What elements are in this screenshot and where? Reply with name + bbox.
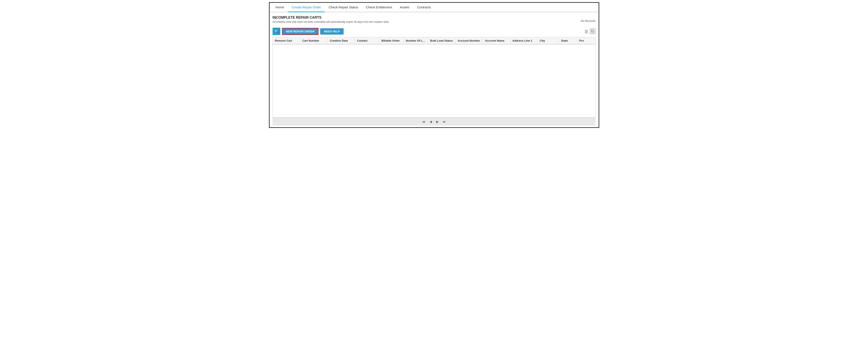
search-button[interactable]: 🔍 bbox=[273, 28, 280, 35]
col-account-name: Account Name bbox=[483, 37, 510, 44]
toolbar: 🔍 NEW REPAIR ORDER NEED HELP ||| ↻ bbox=[273, 28, 596, 35]
search-icon: 🔍 bbox=[274, 29, 279, 33]
need-help-button[interactable]: NEED HELP bbox=[320, 28, 343, 34]
pagination-prev-button[interactable]: ◀ bbox=[429, 120, 433, 124]
nav-check-repair-status[interactable]: Check Repair Status bbox=[325, 3, 362, 12]
col-number-of-lines: Number Of Lines bbox=[404, 37, 428, 44]
left-header: INCOMPLETE REPAIR CARTS Incomplete carts… bbox=[273, 16, 389, 26]
pagination-last-button[interactable]: ⏭ bbox=[442, 120, 447, 124]
nav-create-repair-order[interactable]: Create Repair Order bbox=[288, 3, 325, 12]
toolbar-right: ||| ↻ bbox=[585, 28, 595, 34]
table-wrapper: Remove Cart Cart Number Creation Date Co… bbox=[273, 37, 596, 118]
app-container: Home Create Repair Order Check Repair St… bbox=[269, 2, 599, 128]
col-pro: Pro bbox=[577, 37, 595, 44]
col-contact: Contact bbox=[355, 37, 379, 44]
table-header: Remove Cart Cart Number Creation Date Co… bbox=[273, 37, 595, 44]
col-bulk-load-status: Bulk Load Status bbox=[428, 37, 455, 44]
header-right: INCOMPLETE REPAIR CARTS Incomplete carts… bbox=[273, 16, 596, 26]
table-body bbox=[273, 44, 595, 117]
repair-carts-table: Remove Cart Cart Number Creation Date Co… bbox=[273, 37, 595, 117]
col-billable-order: Billable Order bbox=[379, 37, 404, 44]
nav-home[interactable]: Home bbox=[272, 3, 288, 12]
col-city: City bbox=[537, 37, 559, 44]
section-subtitle: Incomplete carts that have not been subm… bbox=[273, 20, 389, 23]
nav-assets[interactable]: Assets bbox=[396, 3, 413, 12]
col-cart-number: Cart Number bbox=[300, 37, 328, 44]
nav-contracts[interactable]: Contracts bbox=[413, 3, 435, 12]
header-row: Remove Cart Cart Number Creation Date Co… bbox=[273, 37, 595, 44]
col-state: State bbox=[559, 37, 577, 44]
columns-icon[interactable]: ||| bbox=[585, 29, 588, 34]
col-creation-date: Creation Date bbox=[328, 37, 355, 44]
col-account-number: Account Number bbox=[455, 37, 483, 44]
section-title: INCOMPLETE REPAIR CARTS bbox=[273, 16, 389, 20]
pagination-bar: ⏮ ◀ ▶ ⏭ bbox=[273, 118, 596, 125]
col-address-line1: Address Line 1 bbox=[510, 37, 537, 44]
nav-bar: Home Create Repair Order Check Repair St… bbox=[270, 3, 599, 12]
nav-check-entitlement[interactable]: Check Entitlement bbox=[362, 3, 396, 12]
no-records-label: No Records bbox=[581, 19, 596, 23]
refresh-button[interactable]: ↻ bbox=[590, 28, 596, 34]
col-remove-cart: Remove Cart bbox=[273, 37, 300, 44]
new-repair-order-button[interactable]: NEW REPAIR ORDER bbox=[282, 28, 319, 35]
pagination-first-button[interactable]: ⏮ bbox=[422, 120, 426, 124]
main-content: INCOMPLETE REPAIR CARTS Incomplete carts… bbox=[270, 12, 599, 127]
pagination-next-button[interactable]: ▶ bbox=[435, 120, 439, 124]
